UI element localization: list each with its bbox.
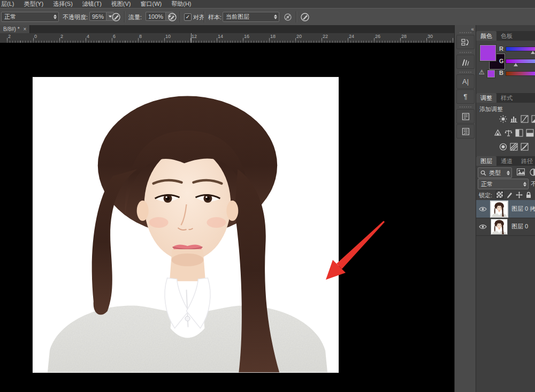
tab-paths[interactable]: 路径 xyxy=(517,156,535,166)
pressure-size-icon[interactable] xyxy=(300,12,310,22)
ruler-label: 6 xyxy=(113,34,116,39)
channel-label-b: B xyxy=(499,70,503,76)
document-tab[interactable]: B/8#) * × xyxy=(0,25,30,33)
lock-all-icon[interactable] xyxy=(525,191,532,198)
document-tab-bar: B/8#) * × xyxy=(0,25,454,33)
visibility-eye-icon[interactable] xyxy=(479,224,487,229)
channel-mixer-icon[interactable] xyxy=(509,142,518,151)
dropdown-arrows-icon xyxy=(505,171,511,175)
ruler-label: 4 xyxy=(87,34,89,39)
tab-styles[interactable]: 样式 xyxy=(496,93,517,103)
menu-item-type[interactable]: 类型(Y) xyxy=(19,0,48,8)
opacity-dropdown[interactable]: 95% xyxy=(89,12,114,21)
flow-label: 流量: xyxy=(128,13,142,21)
layer-row-copy[interactable]: 图层 0 拷贝 xyxy=(476,200,535,218)
history-panel-button[interactable] xyxy=(456,35,475,49)
ruler-label: 14 xyxy=(218,34,223,39)
tab-color[interactable]: 颜色 xyxy=(476,31,496,41)
black-white-icon[interactable] xyxy=(525,128,534,137)
photo-filter-icon[interactable] xyxy=(499,142,507,151)
curves-icon[interactable] xyxy=(520,114,529,123)
tab-layers[interactable]: 图层 xyxy=(476,156,496,166)
tab-channels[interactable]: 通道 xyxy=(496,156,517,166)
layer-thumbnail[interactable] xyxy=(491,202,507,217)
layer-name[interactable]: 图层 0 拷贝 xyxy=(511,205,535,213)
gamut-warning-icon[interactable]: ⚠ xyxy=(479,68,485,76)
align-checkbox[interactable]: ✓ xyxy=(184,13,192,21)
opacity-label-partial: 不 xyxy=(531,180,535,188)
lock-transparency-icon[interactable] xyxy=(496,191,503,198)
divider xyxy=(204,11,205,22)
ruler-label: 20 xyxy=(296,34,302,39)
panel-column: 颜色 色板 R G ⚠ B 调整 样式 添加调整 xyxy=(476,25,535,392)
layer-row-base[interactable]: 图层 0 xyxy=(476,218,535,236)
lock-paint-icon[interactable] xyxy=(506,191,513,198)
layer-filter-dropdown[interactable]: 类型 xyxy=(478,167,512,178)
ruler-label: 24 xyxy=(349,34,354,39)
canvas[interactable] xyxy=(0,43,454,392)
menu-bar: 层(L) 类型(Y) 选择(S) 滤镜(T) 视图(V) 窗口(W) 帮助(H) xyxy=(0,0,535,8)
menu-item-layer[interactable]: 层(L) xyxy=(0,0,19,8)
layer-thumbnail[interactable] xyxy=(491,219,507,234)
ruler-label: 10 xyxy=(165,34,171,39)
photoshop-window: 层(L) 类型(Y) 选择(S) 滤镜(T) 视图(V) 窗口(W) 帮助(H)… xyxy=(0,0,535,392)
add-adjustment-label: 添加调整 xyxy=(479,105,503,113)
layers-panel: 类型 正常 不 锁定: xyxy=(476,166,535,392)
airbrush-icon[interactable] xyxy=(167,12,177,22)
tab-swatches[interactable]: 色板 xyxy=(496,31,517,41)
gripper xyxy=(460,32,471,33)
character-styles-panel-button[interactable] xyxy=(456,109,475,124)
brightness-contrast-icon[interactable] xyxy=(499,114,507,123)
red-slider-handle[interactable] xyxy=(531,51,535,54)
character-panel-button[interactable]: A| xyxy=(456,74,475,89)
layer-name[interactable]: 图层 0 xyxy=(511,222,528,230)
foreground-color-swatch[interactable] xyxy=(480,45,496,61)
color-lookup-icon[interactable] xyxy=(520,142,529,151)
channel-label-r: R xyxy=(499,45,503,52)
ruler-label: 16 xyxy=(244,34,249,39)
layer-blend-mode-dropdown[interactable]: 正常 xyxy=(478,179,529,189)
green-slider-handle[interactable] xyxy=(514,63,518,66)
ruler-label: 12 xyxy=(192,34,197,39)
ignore-adjustment-layers-icon[interactable] xyxy=(284,13,293,22)
menu-item-help[interactable]: 帮助(H) xyxy=(166,0,196,8)
vibrance-icon[interactable] xyxy=(493,128,502,137)
paragraph-styles-panel-button[interactable] xyxy=(456,124,475,139)
close-icon[interactable]: × xyxy=(24,26,27,32)
filter-by-image-icon[interactable] xyxy=(517,168,525,175)
collapse-panels-icon[interactable]: « xyxy=(471,26,473,32)
brush-panel-button[interactable] xyxy=(456,55,475,69)
exposure-icon[interactable] xyxy=(531,114,535,123)
lock-label: 锁定: xyxy=(479,191,492,199)
blue-slider[interactable] xyxy=(506,71,535,76)
character-icon: A| xyxy=(462,78,469,86)
gamut-color-swatch[interactable] xyxy=(487,70,495,78)
gripper xyxy=(460,52,471,53)
blend-mode-dropdown[interactable]: 正常 xyxy=(1,12,59,22)
ruler-label: 28 xyxy=(401,34,407,39)
filter-by-adjustment-icon[interactable] xyxy=(530,168,535,176)
gripper xyxy=(460,106,471,107)
document-tab-title: B/8#) * xyxy=(3,26,20,32)
menu-item-select[interactable]: 选择(S) xyxy=(48,0,78,8)
ruler-label: 22 xyxy=(323,34,328,39)
photo-document[interactable] xyxy=(33,77,339,373)
lock-position-icon[interactable] xyxy=(516,191,523,198)
tab-adjustments[interactable]: 调整 xyxy=(476,93,496,103)
menu-item-window[interactable]: 窗口(W) xyxy=(136,0,167,8)
color-panel-tabs: 颜色 色板 xyxy=(476,31,535,41)
opacity-label: 不透明度: xyxy=(63,13,88,21)
pressure-opacity-icon[interactable] xyxy=(111,12,121,22)
visibility-eye-icon[interactable] xyxy=(479,206,487,212)
ruler-label: 26 xyxy=(375,34,380,39)
gripper xyxy=(460,72,471,73)
sample-dropdown[interactable]: 当前图层 xyxy=(223,12,279,22)
hue-saturation-icon[interactable] xyxy=(504,128,513,137)
paragraph-panel-button[interactable]: ¶ xyxy=(456,89,475,104)
levels-icon[interactable] xyxy=(509,114,518,123)
color-balance-icon[interactable] xyxy=(515,128,523,137)
menu-item-view[interactable]: 视图(V) xyxy=(106,0,136,8)
menu-item-filter[interactable]: 滤镜(T) xyxy=(78,0,106,8)
green-slider[interactable] xyxy=(506,59,535,64)
paragraph-styles-icon xyxy=(462,128,470,135)
